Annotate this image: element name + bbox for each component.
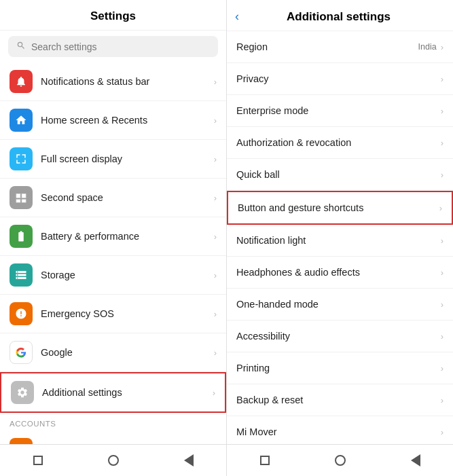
settings-item-homescreen[interactable]: Home screen & Recents › <box>0 101 226 140</box>
additionalsettings-chevron: › <box>213 388 215 398</box>
right-item-region[interactable]: Region India › <box>227 31 453 63</box>
right-item-printing[interactable]: Printing › <box>227 352 453 384</box>
accounts-section-header: ACCOUNTS <box>0 413 226 431</box>
quickball-label: Quick ball <box>236 169 441 180</box>
storage-chevron: › <box>214 270 217 280</box>
google-icon <box>10 341 33 364</box>
right-nav-square[interactable] <box>257 453 272 468</box>
homescreen-label: Home screen & Recents <box>41 115 214 126</box>
right-nav-circle[interactable] <box>333 453 348 468</box>
emergencysos-label: Emergency SOS <box>41 308 214 319</box>
privacy-chevron: › <box>441 74 443 84</box>
right-item-quickball[interactable]: Quick ball › <box>227 159 453 191</box>
right-item-onehanded[interactable]: One-handed mode › <box>227 289 453 321</box>
right-bottom-nav <box>227 444 453 476</box>
right-item-accessibility[interactable]: Accessibility › <box>227 321 453 352</box>
right-item-notificationlight[interactable]: Notification light › <box>227 225 453 257</box>
buttongesture-label: Button and gesture shortcuts <box>238 202 439 213</box>
enterprise-chevron: › <box>441 106 443 116</box>
settings-item-notifications[interactable]: Notifications & status bar › <box>0 62 226 101</box>
settings-item-miaccount[interactable]: Mi Mi Account Prabhjit Singh Modi › <box>0 431 226 444</box>
left-nav-square[interactable] <box>31 453 46 468</box>
homescreen-chevron: › <box>214 115 217 126</box>
settings-item-emergencysos[interactable]: Emergency SOS › <box>0 295 226 333</box>
authorization-label: Authorization & revocation <box>236 137 441 148</box>
onehanded-chevron: › <box>441 299 443 310</box>
secondspace-icon <box>10 186 33 209</box>
battery-label: Battery & performance <box>41 231 214 242</box>
emergency-icon <box>10 302 33 325</box>
enterprise-label: Enterprise mode <box>236 105 441 116</box>
settings-item-fullscreen[interactable]: Full screen display › <box>0 140 226 179</box>
secondspace-chevron: › <box>214 193 217 203</box>
fullscreen-label: Full screen display <box>41 153 214 164</box>
region-label: Region <box>236 41 418 52</box>
settings-item-google[interactable]: Google › <box>0 333 226 372</box>
right-nav-back[interactable] <box>408 453 423 468</box>
notifications-icon <box>10 70 33 93</box>
accessibility-chevron: › <box>441 331 443 342</box>
backupreset-chevron: › <box>441 395 443 405</box>
accessibility-label: Accessibility <box>236 331 441 342</box>
settings-item-secondspace[interactable]: Second space › <box>0 179 226 217</box>
headphones-chevron: › <box>441 268 443 278</box>
left-panel-title: Settings <box>0 0 226 31</box>
left-bottom-nav <box>0 444 226 476</box>
homescreen-icon <box>10 109 33 132</box>
google-label: Google <box>41 347 214 358</box>
backupreset-label: Backup & reset <box>236 395 441 405</box>
notifications-label: Notifications & status bar <box>41 76 214 87</box>
printing-label: Printing <box>236 363 441 373</box>
privacy-label: Privacy <box>236 73 441 84</box>
right-item-enterprise[interactable]: Enterprise mode › <box>227 95 453 127</box>
headphones-label: Headphones & audio effects <box>236 267 441 278</box>
buttongesture-chevron: › <box>439 203 442 213</box>
fullscreen-icon <box>10 147 33 170</box>
quickball-chevron: › <box>441 170 443 180</box>
right-item-mimover[interactable]: Mi Mover › <box>227 416 453 444</box>
fullscreen-chevron: › <box>214 154 217 164</box>
battery-icon <box>10 225 33 248</box>
right-item-buttongesture[interactable]: Button and gesture shortcuts › <box>227 191 453 225</box>
mimover-chevron: › <box>441 427 443 437</box>
notificationlight-chevron: › <box>441 236 443 246</box>
settings-list: Notifications & status bar › Home screen… <box>0 62 226 444</box>
onehanded-label: One-handed mode <box>236 299 441 310</box>
miaccount-icon: Mi <box>10 438 33 444</box>
search-bar[interactable] <box>8 36 218 57</box>
storage-icon <box>10 263 33 287</box>
settings-item-additionalsettings[interactable]: Additional settings › <box>0 372 226 413</box>
right-panel: ‹ Additional settings Region India › Pri… <box>227 0 453 476</box>
notifications-chevron: › <box>214 77 217 87</box>
left-nav-circle[interactable] <box>106 453 121 468</box>
right-settings-list: Region India › Privacy › Enterprise mode… <box>227 31 453 444</box>
settings-item-battery[interactable]: Battery & performance › <box>0 217 226 256</box>
right-item-headphones[interactable]: Headphones & audio effects › <box>227 257 453 289</box>
notificationlight-label: Notification light <box>236 235 441 246</box>
region-sub: India <box>418 42 437 52</box>
search-input[interactable] <box>31 41 210 52</box>
secondspace-label: Second space <box>41 192 214 203</box>
authorization-chevron: › <box>441 138 443 148</box>
right-item-privacy[interactable]: Privacy › <box>227 63 453 95</box>
right-item-authorization[interactable]: Authorization & revocation › <box>227 127 453 159</box>
printing-chevron: › <box>441 363 443 373</box>
mimover-label: Mi Mover <box>236 426 441 437</box>
additionalsettings-label: Additional settings <box>42 387 213 398</box>
left-panel: Settings Notifications & status bar › Ho… <box>0 0 227 476</box>
google-chevron: › <box>214 348 217 358</box>
right-header: ‹ Additional settings <box>227 0 453 31</box>
back-button[interactable]: ‹ <box>235 10 239 24</box>
settings-item-storage[interactable]: Storage › <box>0 256 226 295</box>
right-panel-title: Additional settings <box>244 10 433 24</box>
right-item-backupreset[interactable]: Backup & reset › <box>227 384 453 416</box>
emergencysos-chevron: › <box>214 309 217 319</box>
left-nav-back[interactable] <box>181 453 196 468</box>
battery-chevron: › <box>214 232 217 242</box>
search-icon <box>16 41 26 52</box>
region-chevron: › <box>441 42 443 52</box>
storage-label: Storage <box>41 270 214 280</box>
additionalsettings-icon <box>11 381 34 404</box>
